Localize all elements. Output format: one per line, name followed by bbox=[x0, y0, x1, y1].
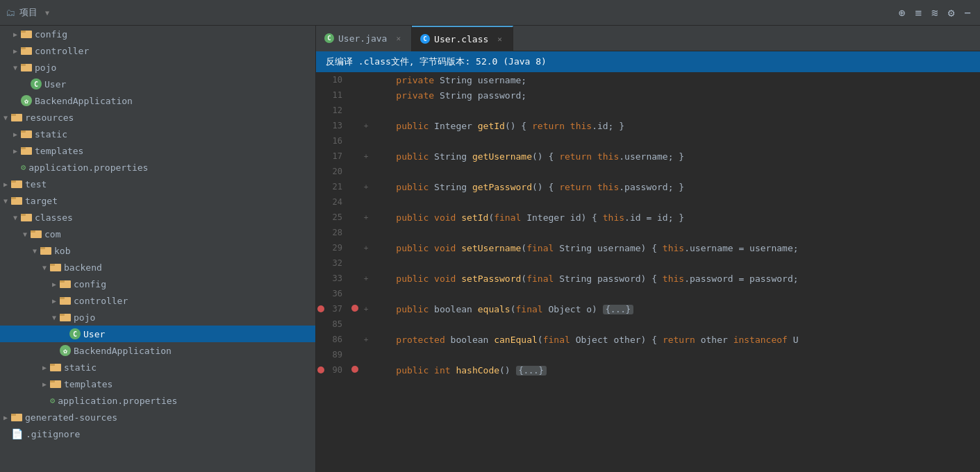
tree-arrow-config-dir[interactable]: ▶ bbox=[10, 31, 21, 38]
svg-point-36 bbox=[351, 305, 358, 312]
tree-icon-static-dir bbox=[21, 128, 32, 140]
add-icon[interactable]: ⊕ bbox=[895, 5, 909, 21]
fold-btn-37[interactable]: + bbox=[360, 305, 372, 314]
tree-arrow-controller-dir2[interactable]: ▶ bbox=[49, 297, 60, 305]
tree-arrow-classes-dir[interactable]: ▼ bbox=[10, 214, 21, 221]
sidebar-item-generated-dir[interactable]: ▶generated-sources bbox=[0, 409, 315, 425]
code-line-89: 89 bbox=[316, 347, 980, 362]
sidebar-item-templates-dir[interactable]: ▶templates bbox=[0, 142, 315, 159]
sidebar-item-templates-dir2[interactable]: ▶templates bbox=[0, 376, 315, 392]
code-line-10: 10 private String username; bbox=[316, 72, 980, 87]
sidebar-item-target-dir[interactable]: ▼target bbox=[0, 192, 315, 209]
svg-rect-23 bbox=[50, 264, 55, 266]
tree-icon-pojo-dir2 bbox=[60, 312, 71, 323]
tree-arrow-templates-dir[interactable]: ▶ bbox=[10, 147, 21, 155]
tab-icon-user-java: C bbox=[324, 33, 334, 43]
code-content-86: protected boolean canEqual(final Object … bbox=[372, 335, 980, 345]
main-layout: ▶config▶controller▼pojo CUser ✿BackendAp… bbox=[0, 26, 980, 472]
tree-arrow-target-dir[interactable]: ▼ bbox=[0, 197, 11, 205]
tree-arrow-config-dir2[interactable]: ▶ bbox=[49, 280, 60, 288]
tree-icon-config-dir bbox=[21, 28, 32, 40]
svg-rect-31 bbox=[50, 364, 55, 366]
line-number-29: 29 bbox=[316, 243, 349, 253]
tree-label-com-dir: com bbox=[44, 229, 60, 239]
sidebar-item-user-class-item[interactable]: CUser bbox=[0, 326, 315, 342]
tree-label-config-dir2: config bbox=[74, 279, 106, 289]
tree-icon-classes-dir bbox=[21, 212, 32, 224]
tree-arrow-com-dir[interactable]: ▼ bbox=[19, 230, 31, 238]
sidebar-item-gitignore[interactable]: 📄.gitignore bbox=[0, 425, 315, 442]
tree-arrow-static-dir2[interactable]: ▶ bbox=[39, 364, 50, 371]
sidebar-item-user-java-item[interactable]: CUser bbox=[0, 76, 315, 92]
sidebar-item-resources-dir[interactable]: ▼resources bbox=[0, 109, 315, 126]
sidebar-item-controller-dir2[interactable]: ▶controller bbox=[0, 292, 315, 309]
expand-btn-37[interactable] bbox=[349, 304, 360, 314]
tree-icon-backend-app2: ✿ bbox=[60, 345, 71, 356]
structure-icon[interactable]: ≡ bbox=[911, 5, 925, 21]
sidebar-item-test-dir[interactable]: ▶test bbox=[0, 176, 315, 192]
fold-btn-17[interactable]: + bbox=[360, 152, 372, 161]
sidebar-item-classes-dir[interactable]: ▼classes bbox=[0, 209, 315, 226]
sidebar-item-backend-app[interactable]: ✿BackendApplication bbox=[0, 92, 315, 109]
tree-icon-com-dir bbox=[31, 228, 42, 240]
fold-btn-13[interactable]: + bbox=[360, 121, 372, 130]
minimize-icon[interactable]: − bbox=[961, 5, 974, 21]
collapse-icon[interactable]: ≋ bbox=[928, 5, 942, 21]
code-content-11: private String password; bbox=[372, 90, 980, 101]
settings-icon[interactable]: ⚙ bbox=[945, 5, 958, 21]
tree-icon-app-props2: ⚙ bbox=[50, 396, 55, 405]
tree-arrow-static-dir[interactable]: ▶ bbox=[10, 130, 21, 138]
tab-close-user-class[interactable]: ✕ bbox=[495, 34, 504, 44]
tab-user-java[interactable]: CUser.java✕ bbox=[316, 26, 412, 51]
sidebar-item-config-dir2[interactable]: ▶config bbox=[0, 276, 315, 292]
sidebar-item-backend-dir[interactable]: ▼backend bbox=[0, 259, 315, 276]
fold-btn-25[interactable]: + bbox=[360, 213, 372, 222]
breakpoint-90[interactable] bbox=[317, 366, 324, 373]
tree-icon-templates-dir bbox=[21, 145, 32, 157]
svg-rect-15 bbox=[11, 197, 16, 199]
project-arrow[interactable]: ▼ bbox=[42, 9, 53, 17]
sidebar-item-controller-dir[interactable]: ▶controller bbox=[0, 42, 315, 59]
sidebar-item-backend-app2[interactable]: ✿BackendApplication bbox=[0, 342, 315, 359]
svg-rect-25 bbox=[60, 280, 65, 283]
tree-arrow-kob-dir[interactable]: ▼ bbox=[29, 247, 40, 255]
fold-btn-21[interactable]: + bbox=[360, 183, 372, 192]
sidebar-item-pojo-dir2[interactable]: ▼pojo bbox=[0, 309, 315, 326]
fold-btn-86[interactable]: + bbox=[360, 335, 372, 344]
sidebar-item-pojo-dir[interactable]: ▼pojo bbox=[0, 59, 315, 76]
tree-label-target-dir: target bbox=[25, 196, 58, 206]
top-bar: 🗂 项目 ▼ ⊕ ≡ ≋ ⚙ − bbox=[0, 0, 980, 26]
fold-btn-29[interactable]: + bbox=[360, 244, 372, 253]
sidebar-item-app-props[interactable]: ⚙application.properties bbox=[0, 159, 315, 176]
tab-user-class[interactable]: CUser.class✕ bbox=[412, 26, 513, 51]
sidebar-item-static-dir2[interactable]: ▶static bbox=[0, 359, 315, 376]
tree-arrow-resources-dir[interactable]: ▼ bbox=[0, 114, 11, 121]
tree-arrow-pojo-dir[interactable]: ▼ bbox=[10, 64, 21, 71]
code-area[interactable]: 10 private String username;11 private St… bbox=[316, 72, 980, 472]
tree-arrow-generated-dir[interactable]: ▶ bbox=[0, 414, 11, 421]
sidebar-item-config-dir[interactable]: ▶config bbox=[0, 26, 315, 42]
tab-close-user-java[interactable]: ✕ bbox=[394, 33, 403, 44]
code-line-13: 13+ public Integer getId() { return this… bbox=[316, 118, 980, 133]
tree-arrow-pojo-dir2[interactable]: ▼ bbox=[49, 314, 60, 321]
sidebar-item-app-props2[interactable]: ⚙application.properties bbox=[0, 392, 315, 409]
sidebar-item-static-dir[interactable]: ▶static bbox=[0, 126, 315, 142]
tree-arrow-test-dir[interactable]: ▶ bbox=[0, 180, 11, 188]
svg-rect-3 bbox=[21, 47, 26, 49]
tab-icon-user-class: C bbox=[420, 34, 430, 44]
fold-btn-33[interactable]: + bbox=[360, 274, 372, 283]
line-number-33: 33 bbox=[316, 273, 349, 283]
expand-btn-90[interactable] bbox=[349, 365, 360, 376]
line-number-17: 17 bbox=[316, 151, 349, 161]
code-content-37: public boolean equals(final Object o) {.… bbox=[372, 304, 980, 314]
svg-rect-7 bbox=[11, 114, 16, 116]
tree-arrow-backend-dir[interactable]: ▼ bbox=[39, 264, 50, 271]
tree-arrow-controller-dir[interactable]: ▶ bbox=[10, 47, 21, 55]
tree-arrow-templates-dir2[interactable]: ▶ bbox=[39, 380, 50, 388]
line-number-90: 90 bbox=[316, 365, 349, 375]
sidebar-item-com-dir[interactable]: ▼com bbox=[0, 226, 315, 242]
breakpoint-37[interactable] bbox=[317, 305, 324, 312]
line-number-12: 12 bbox=[316, 106, 349, 115]
editor-area: CUser.java✕CUser.class✕ 反编译 .class文件, 字节… bbox=[316, 26, 980, 472]
sidebar-item-kob-dir[interactable]: ▼kob bbox=[0, 242, 315, 259]
